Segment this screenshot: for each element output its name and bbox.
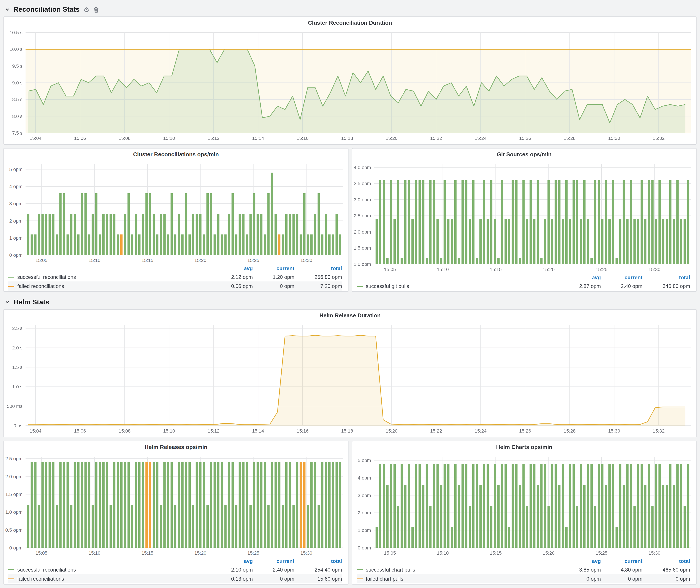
chart-svg[interactable]: 0 opm1 opm2 opm3 opm4 opm5 opm15:0515:10… (4, 161, 348, 265)
chart-svg[interactable]: 0 ns500 ms1.0 s1.5 s2.0 s2.5 s15:0415:06… (4, 322, 696, 435)
legend: avgcurrenttotalsuccessful reconciliation… (4, 265, 348, 291)
x-axis-label: 15:05 (384, 267, 396, 272)
legend-row[interactable]: successful chart pulls3.85 opm4.80 opm46… (357, 565, 690, 574)
series-color-icon (8, 569, 14, 570)
chart-canvas[interactable]: 0 opm1 opm2 opm3 opm4 opm5 opm15:0515:10… (4, 161, 348, 265)
legend-header-avg[interactable]: avg (559, 558, 601, 564)
x-axis-label: 15:15 (141, 258, 153, 263)
panel-title[interactable]: Helm Release Duration (4, 310, 696, 322)
legend-header-avg[interactable]: avg (559, 275, 601, 281)
y-axis-label: 5 opm (9, 167, 23, 172)
legend: avgcurrenttotalsuccessful reconciliation… (4, 557, 348, 584)
legend-series-name[interactable]: failed chart pulls (357, 576, 559, 582)
legend-header-current[interactable]: current (601, 275, 642, 281)
chart-svg[interactable]: 0 opm0.5 opm1.0 opm1.5 opm2.0 opm2.5 opm… (4, 453, 348, 557)
chart-svg[interactable]: 1.0 opm1.5 opm2.0 opm2.5 opm3.0 opm3.5 o… (352, 161, 696, 274)
panel-cluster-reconciliations-opm: Cluster Reconciliations ops/min 0 opm1 o… (3, 148, 348, 292)
y-axis-label: 500 ms (7, 404, 23, 409)
legend-current-value: 1.20 opm (253, 274, 294, 280)
x-axis-label: 15:08 (119, 136, 131, 141)
section-header-reconciliation-stats[interactable]: Reconciliation Stats ⚙ (3, 3, 697, 16)
chart-canvas[interactable]: 7.5 s8.0 s8.5 s9.0 s9.5 s10.0 s10.5 s15:… (4, 29, 696, 142)
panel-git-sources-opm: Git Sources ops/min 1.0 opm1.5 opm2.0 op… (352, 148, 697, 292)
panel-title[interactable]: Git Sources ops/min (352, 149, 696, 161)
x-axis-label: 15:22 (430, 428, 442, 434)
legend-header-current[interactable]: current (601, 558, 642, 564)
y-axis-label: 2.0 s (12, 345, 23, 351)
legend-row[interactable]: successful git pulls2.87 opm2.40 opm346.… (357, 281, 690, 291)
legend-header-avg[interactable]: avg (211, 558, 253, 564)
trash-icon[interactable] (93, 6, 99, 13)
chart-svg[interactable]: 0 opm1 opm2 opm3 opm4 opm5 opm15:0515:10… (352, 453, 696, 557)
x-axis-label: 15:25 (247, 258, 259, 263)
x-axis-label: 15:15 (490, 267, 502, 272)
legend-row[interactable]: successful reconciliations2.12 opm1.20 o… (8, 272, 342, 281)
x-axis-label: 15:18 (341, 428, 353, 434)
y-axis-label: 9.5 s (12, 63, 23, 69)
x-axis-label: 15:20 (386, 428, 398, 434)
y-axis-label: 3.5 opm (354, 181, 371, 186)
chart-canvas[interactable]: 1.0 opm1.5 opm2.0 opm2.5 opm3.0 opm3.5 o… (352, 161, 696, 274)
y-axis-label: 5 opm (358, 458, 371, 463)
legend-total-value: 254.40 opm (294, 567, 342, 573)
panel-title[interactable]: Cluster Reconciliations ops/min (4, 149, 348, 161)
legend-series-name[interactable]: successful reconciliations (8, 274, 211, 280)
x-axis-label: 15:10 (437, 267, 449, 272)
legend-series-name[interactable]: failed reconciliations (8, 283, 211, 289)
y-axis-label: 2.5 opm (5, 456, 23, 461)
legend-row[interactable]: failed reconciliations0.13 opm0 opm15.60… (8, 574, 342, 583)
legend-total-value: 256.80 opm (294, 274, 342, 280)
x-axis-label: 15:30 (648, 550, 660, 556)
panel-title[interactable]: Helm Charts ops/min (352, 441, 696, 453)
x-axis-label: 15:05 (35, 258, 47, 263)
legend-header-total[interactable]: total (294, 558, 342, 564)
x-axis-label: 15:20 (543, 550, 555, 556)
legend-header-avg[interactable]: avg (211, 265, 253, 271)
y-axis-label: 7.5 s (12, 130, 23, 136)
legend-row[interactable]: failed reconciliations0.06 opm0 opm7.20 … (8, 281, 342, 291)
series-color-icon (357, 569, 363, 570)
legend-header-current[interactable]: current (253, 265, 294, 271)
y-axis-label: 0 opm (9, 545, 23, 551)
panel-cluster-reconciliation-duration: Cluster Reconciliation Duration 7.5 s8.0… (3, 16, 697, 145)
section-title: Reconciliation Stats (13, 6, 80, 13)
panel-title[interactable]: Helm Releases ops/min (4, 441, 348, 453)
x-axis-label: 15:18 (341, 136, 353, 141)
y-axis-label: 1 opm (9, 235, 23, 241)
x-axis-label: 15:20 (194, 550, 206, 556)
legend-total-value: 15.60 opm (294, 576, 342, 582)
legend-series-name[interactable]: successful chart pulls (357, 567, 559, 573)
x-axis-label: 15:10 (89, 258, 100, 263)
legend-series-name[interactable]: successful git pulls (357, 283, 559, 289)
y-axis-label: 1 opm (358, 528, 371, 533)
chart-canvas[interactable]: 0 opm0.5 opm1.0 opm1.5 opm2.0 opm2.5 opm… (4, 453, 348, 557)
x-axis-label: 15:14 (252, 136, 264, 141)
legend-total-value: 0 opm (642, 576, 690, 582)
panel-title[interactable]: Cluster Reconciliation Duration (4, 17, 696, 29)
legend-avg-value: 0.13 opm (211, 576, 253, 582)
x-axis-label: 15:22 (430, 136, 442, 141)
legend-row[interactable]: successful reconciliations2.10 opm2.40 o… (8, 565, 342, 574)
x-axis-label: 15:06 (74, 136, 86, 141)
y-axis-label: 0 ns (13, 423, 23, 428)
x-axis-label: 15:26 (519, 136, 531, 141)
x-axis-label: 15:10 (437, 550, 449, 556)
x-axis-label: 15:04 (30, 428, 42, 434)
legend-total-value: 346.80 opm (642, 283, 690, 289)
legend-series-name[interactable]: successful reconciliations (8, 567, 211, 573)
legend-series-name[interactable]: failed reconciliations (8, 576, 211, 582)
chart-canvas[interactable]: 0 ns500 ms1.0 s1.5 s2.0 s2.5 s15:0415:06… (4, 322, 696, 435)
section-header-helm-stats[interactable]: Helm Stats (3, 296, 697, 308)
legend-row[interactable]: failed chart pulls0 opm0 opm0 opm (357, 574, 690, 583)
legend-header-total[interactable]: total (294, 265, 342, 271)
gear-icon[interactable]: ⚙ (84, 6, 89, 13)
legend-header: avgcurrenttotal (8, 557, 342, 565)
chart-canvas[interactable]: 0 opm1 opm2 opm3 opm4 opm5 opm15:0515:10… (352, 453, 696, 557)
legend-header-current[interactable]: current (253, 558, 294, 564)
x-axis-label: 15:05 (384, 550, 396, 556)
x-axis-label: 15:16 (297, 428, 308, 434)
chart-svg[interactable]: 7.5 s8.0 s8.5 s9.0 s9.5 s10.0 s10.5 s15:… (4, 29, 696, 142)
legend-header-total[interactable]: total (642, 275, 690, 281)
legend-header-total[interactable]: total (642, 558, 690, 564)
x-axis-label: 15:30 (608, 136, 620, 141)
